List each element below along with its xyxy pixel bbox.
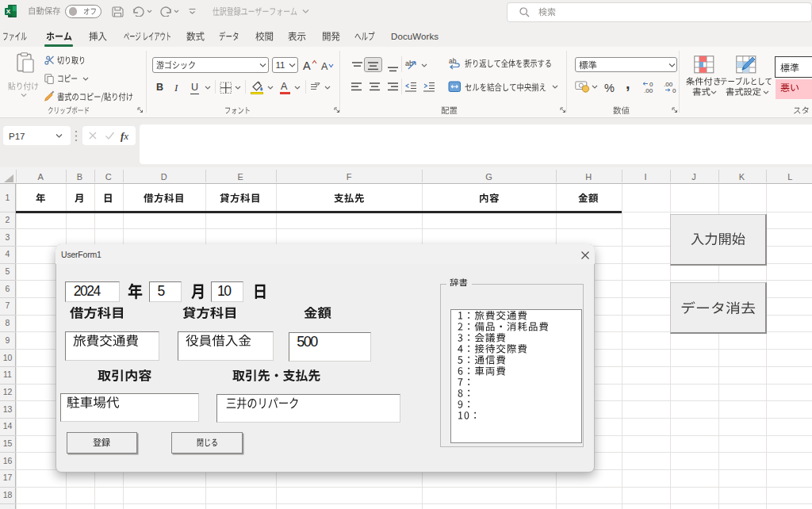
svg-text:0: 0 [672, 87, 676, 94]
svg-text:X: X [6, 8, 11, 15]
svg-text:.00: .00 [644, 87, 653, 94]
svg-text:.00: .00 [664, 81, 673, 88]
svg-text:ab: ab [405, 59, 413, 67]
